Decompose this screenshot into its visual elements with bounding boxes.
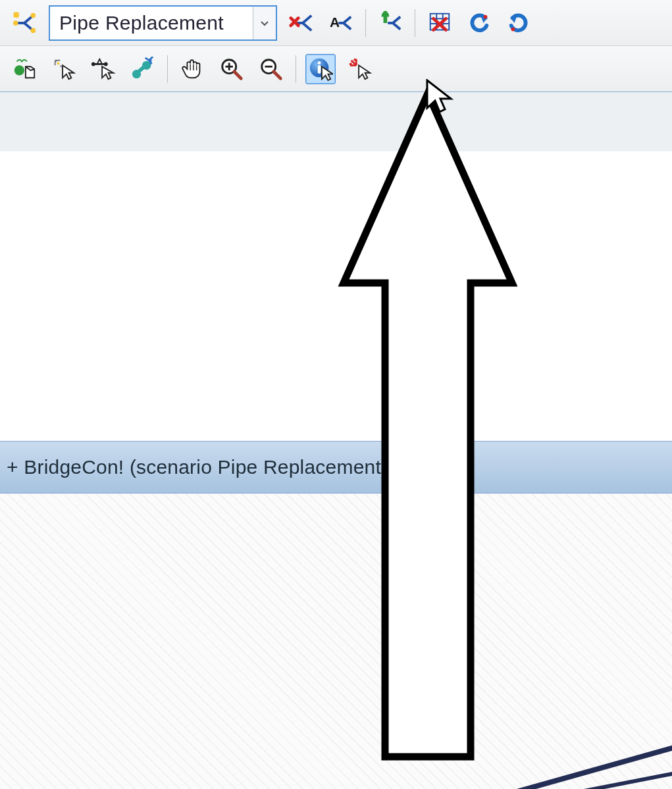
- svg-point-23: [484, 14, 488, 18]
- svg-point-17: [383, 11, 388, 15]
- svg-line-37: [234, 71, 241, 78]
- delete-scenario-button[interactable]: [286, 8, 317, 38]
- pan-button[interactable]: [177, 54, 207, 84]
- delete-scenario-icon: [289, 11, 314, 36]
- scenario-options-button[interactable]: [9, 8, 39, 38]
- workspace-panel-top: [0, 92, 672, 152]
- burst-icon: [348, 57, 373, 82]
- svg-point-4: [31, 28, 36, 33]
- svg-point-44: [318, 61, 321, 64]
- svg-line-14: [393, 16, 400, 23]
- pan-icon: [180, 57, 205, 82]
- link-button[interactable]: [128, 54, 158, 84]
- edge-select-button[interactable]: [88, 54, 118, 84]
- scenario-title-bar[interactable]: + BridgeCon! (scenario Pipe Replacement)…: [0, 441, 672, 494]
- undo-icon: [467, 11, 492, 36]
- chevron-down-icon: [261, 17, 269, 29]
- workspace-panel-bottom: [0, 494, 672, 789]
- redo-icon: [506, 11, 531, 36]
- select-button[interactable]: [49, 54, 79, 84]
- separator: [296, 55, 296, 83]
- burst-select-button[interactable]: [345, 54, 375, 84]
- clear-table-icon: [427, 11, 452, 36]
- svg-line-11: [344, 23, 351, 30]
- link-icon: [130, 57, 155, 82]
- clear-table-button[interactable]: [425, 8, 455, 38]
- select-icon: [51, 57, 76, 82]
- scenario-dropdown-text: Pipe Replacement: [50, 7, 253, 39]
- svg-point-26: [57, 62, 60, 64]
- edge-select-icon: [91, 57, 116, 82]
- scenario-title-text: + BridgeCon! (scenario Pipe Replacement)…: [7, 456, 460, 478]
- svg-line-10: [344, 16, 351, 23]
- redo-button[interactable]: [504, 8, 534, 38]
- svg-rect-45: [318, 65, 321, 73]
- svg-point-29: [104, 62, 108, 66]
- scenario-dropdown-button[interactable]: [253, 7, 276, 39]
- workspace-panel-middle: [0, 151, 672, 442]
- svg-point-3: [31, 13, 36, 18]
- scenario-dropdown[interactable]: Pipe Replacement: [49, 5, 277, 41]
- rename-scenario-button[interactable]: A: [326, 8, 356, 38]
- info-button[interactable]: [305, 54, 336, 84]
- clone-scenario-icon: [378, 11, 403, 36]
- rename-scenario-icon: A: [328, 11, 353, 36]
- svg-point-5: [13, 20, 18, 26]
- svg-point-28: [91, 62, 95, 66]
- separator: [167, 55, 168, 83]
- clone-scenario-button[interactable]: [375, 8, 405, 38]
- add-node-button[interactable]: [9, 54, 39, 84]
- svg-point-24: [511, 27, 515, 31]
- separator: [365, 9, 366, 37]
- separator: [415, 9, 415, 37]
- zoom-out-button[interactable]: [256, 54, 286, 84]
- svg-text:A: A: [330, 14, 340, 29]
- zoom-out-icon: [259, 57, 284, 82]
- scenario-options-icon: [12, 11, 37, 36]
- zoom-in-icon: [219, 57, 244, 82]
- svg-rect-18: [430, 13, 450, 30]
- add-node-icon: [12, 57, 37, 82]
- svg-line-41: [274, 71, 280, 78]
- toolbar-row-2: [0, 46, 672, 92]
- undo-button[interactable]: [464, 8, 494, 38]
- svg-line-15: [393, 23, 400, 30]
- toolbar-row-1: Pipe Replacement A: [0, 0, 672, 46]
- zoom-in-button[interactable]: [217, 54, 247, 84]
- svg-point-25: [14, 65, 24, 75]
- svg-line-8: [303, 23, 311, 30]
- svg-line-7: [303, 15, 311, 22]
- info-icon: [308, 57, 333, 82]
